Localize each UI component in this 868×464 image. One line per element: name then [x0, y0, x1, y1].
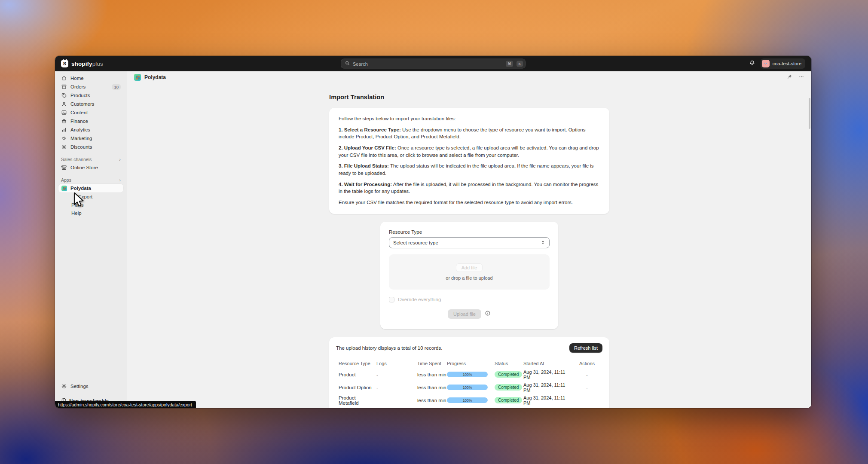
store-avatar [762, 60, 770, 67]
chevron-right-icon: › [119, 177, 121, 183]
polydata-subnav: —ExportPlansHelp [58, 192, 123, 217]
sidebar-item-online-store[interactable]: Online Store [58, 163, 123, 172]
notifications-bell-icon[interactable] [749, 60, 755, 68]
sidebar-item-orders[interactable]: Orders10 [58, 82, 123, 91]
instruction-step: 1. Select a Resource Type: Use the dropd… [339, 126, 600, 140]
sidebar-item-label: Products [70, 93, 90, 98]
sidebar-item-label: Marketing [70, 136, 92, 141]
sidebar-item-label: Customers [70, 101, 95, 107]
sidebar-item-content[interactable]: Content [58, 108, 123, 117]
upload-form-card: Resource Type Select resource type Add f… [380, 222, 558, 329]
more-options-icon[interactable] [798, 73, 804, 81]
cell-resource-type: Product Metafield [339, 395, 376, 406]
progress-bar: 100% [447, 372, 488, 377]
sidebar-item-customers[interactable]: Customers [58, 100, 123, 108]
file-dropzone[interactable]: Add file or drop a file to upload [389, 254, 550, 290]
resource-type-value: Select resource type [393, 240, 438, 245]
sidebar-item-marketing[interactable]: Marketing [58, 134, 123, 143]
pin-icon[interactable] [787, 73, 792, 81]
sidebar-item-settings[interactable]: Settings [58, 382, 123, 391]
sidebar-subitem-help[interactable]: Help [58, 209, 123, 217]
app-header-title: Polydata [144, 74, 166, 80]
sidebar-item-products[interactable]: Products [58, 91, 123, 100]
store-menu[interactable]: coa-test-store [761, 58, 805, 69]
select-updown-icon [541, 240, 545, 246]
add-file-button[interactable]: Add file [456, 263, 483, 272]
table-header-row: Resource TypeLogsTime SpentProgressStatu… [336, 359, 602, 368]
main-content: Polydata Import Translation Follow the s… [127, 71, 811, 408]
shopify-admin-window: S shopifyplus Search ⌘ K coa-test-store [55, 56, 811, 408]
info-icon [485, 310, 491, 318]
apps-label: Apps [61, 177, 71, 183]
instruction-step: 2. Upload Your CSV File: Once a resource… [339, 144, 600, 159]
override-checkbox[interactable] [389, 297, 394, 302]
cell-logs: - [376, 385, 417, 390]
cell-resource-type: Product [339, 372, 376, 377]
sidebar-item-discounts[interactable]: Discounts [58, 143, 123, 151]
customers-icon [61, 101, 67, 107]
sidebar-section-sales-channels[interactable]: Sales channels › [58, 157, 123, 162]
sidebar-item-label: Finance [70, 119, 88, 124]
content-scrollbar[interactable] [809, 98, 810, 129]
finance-icon [61, 118, 67, 124]
table-row: Product-less than min 100%CompletedAug 3… [336, 368, 602, 381]
status-badge: Completed [495, 397, 522, 403]
sidebar-item-finance[interactable]: Finance [58, 117, 123, 125]
resource-type-label: Resource Type [389, 229, 550, 235]
shopify-plus-logo[interactable]: S shopifyplus [61, 60, 103, 67]
sales-channels-label: Sales channels [61, 157, 92, 162]
kbd-k: K [517, 61, 523, 67]
history-summary: The upload history displays a total of 1… [336, 345, 442, 351]
instructions-intro: Follow the steps below to import your tr… [339, 115, 600, 122]
sidebar-item-home[interactable]: Home [58, 74, 123, 82]
cell-started-at: Aug 31, 2024, 11:11 PM [523, 382, 572, 393]
discounts-icon [61, 144, 67, 150]
shopify-bag-icon: S [61, 60, 68, 67]
sidebar-item-polydata[interactable]: Polydata [58, 184, 123, 192]
logs-empty: - [376, 372, 378, 377]
app-header: Polydata [127, 71, 811, 83]
cell-started-at: Aug 31, 2024, 11:11 PM [523, 369, 572, 380]
logo-text: shopifyplus [71, 61, 103, 67]
instruction-step: 4. Wait for Processing: After the file i… [339, 181, 600, 195]
column-header: Progress [447, 361, 495, 366]
admin-topbar: S shopifyplus Search ⌘ K coa-test-store [55, 56, 811, 71]
cell-actions: - [572, 385, 602, 390]
progress-label: 100% [447, 372, 488, 377]
sidebar-item-label: Content [70, 110, 88, 115]
global-search-input[interactable]: Search ⌘ K [341, 59, 526, 69]
chevron-right-icon: › [119, 157, 121, 162]
polydata-label: Polydata [70, 186, 91, 191]
progress-bar: 100% [447, 397, 488, 403]
progress-label: 100% [447, 397, 488, 403]
sidebar-main-nav: HomeOrders10ProductsCustomersContentFina… [58, 74, 123, 151]
import-translation-page: Import Translation Follow the steps belo… [329, 94, 609, 408]
marketing-icon [61, 135, 67, 141]
cell-status: Completed [495, 384, 523, 391]
table-row: Product Option-less than min 100%Complet… [336, 381, 602, 394]
refresh-list-button[interactable]: Refresh list [569, 343, 602, 353]
status-badge: Completed [495, 371, 522, 378]
resource-type-select[interactable]: Select resource type [389, 237, 550, 248]
polydata-app-icon [134, 74, 141, 81]
sidebar-subitem-export[interactable]: —Export [58, 192, 123, 201]
topbar-right: coa-test-store [749, 58, 805, 69]
progress-bar: 100% [447, 385, 488, 390]
sidebar-item-label: Discounts [70, 144, 92, 150]
search-icon [345, 61, 350, 67]
analytics-icon [61, 127, 67, 133]
upload-file-button[interactable]: Upload file [448, 309, 481, 319]
cell-logs: - [376, 398, 417, 403]
desktop-wallpaper: S shopifyplus Search ⌘ K coa-test-store [0, 0, 868, 464]
sidebar-item-analytics[interactable]: Analytics [58, 125, 123, 134]
search-placeholder: Search [353, 61, 502, 66]
cell-time-spent: less than min [417, 372, 447, 377]
sidebar-subitem-plans[interactable]: Plans [58, 201, 123, 209]
sidebar: HomeOrders10ProductsCustomersContentFina… [55, 71, 127, 408]
kbd-cmd: ⌘ [506, 61, 513, 67]
cell-started-at: Aug 31, 2024, 11:11 PM [523, 395, 572, 406]
store-icon [61, 165, 67, 171]
table-row: Collection-less than min 100%CompletedAu… [336, 407, 602, 408]
sidebar-section-apps[interactable]: Apps › [58, 177, 123, 183]
upload-history-card: The upload history displays a total of 1… [329, 337, 609, 408]
